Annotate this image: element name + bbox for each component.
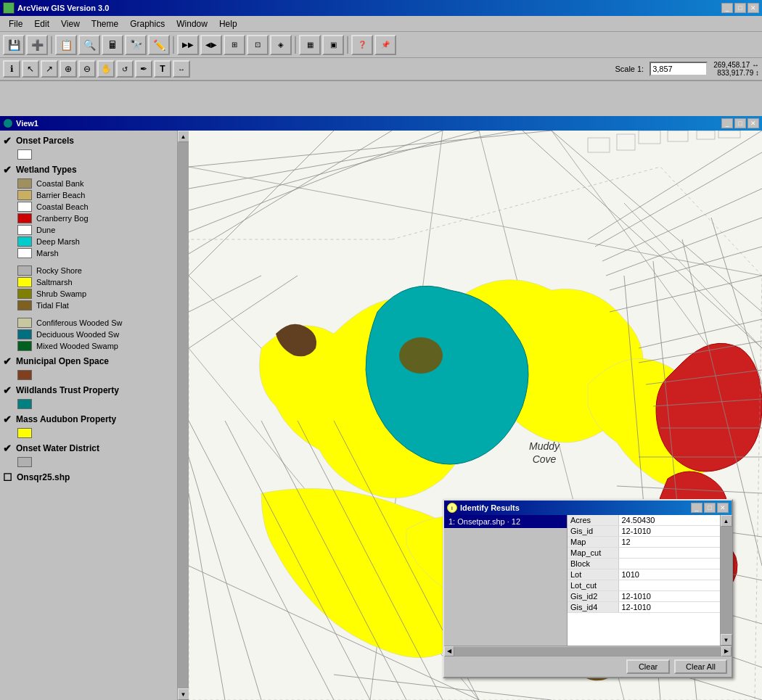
toolbar-b1[interactable]: ▶▶ xyxy=(177,35,199,55)
tidal-flat-swatch xyxy=(17,300,32,310)
legend-item-shrub-swamp: Shrub Swamp xyxy=(17,289,174,299)
municipal-swatch xyxy=(17,370,32,380)
view-title: View1 xyxy=(16,119,38,128)
identify-minimize-button[interactable]: _ xyxy=(691,503,702,513)
view-window-controls: _ □ ✕ xyxy=(721,118,759,128)
toolbar-b9[interactable]: 📌 xyxy=(374,35,396,55)
toolbar-2: ℹ ↖ ↗ ⊕ ⊖ ✋ ↺ ✒ T ↔ Scale 1: 269,458.17 … xyxy=(0,58,762,81)
toolbar-sep-1 xyxy=(51,36,52,54)
toolbar-info[interactable]: ℹ xyxy=(3,60,20,78)
legend-scroll-down[interactable]: ▼ xyxy=(178,688,189,700)
view-maximize-button[interactable]: □ xyxy=(734,118,746,128)
toolbar-draw[interactable]: ✒ xyxy=(135,60,152,78)
minimize-button[interactable]: _ xyxy=(721,3,733,13)
toolbar-save[interactable]: 💾 xyxy=(3,35,25,55)
mass-audubon-swatch xyxy=(17,428,32,438)
toolbar-add[interactable]: ➕ xyxy=(26,35,48,55)
toolbar-search[interactable]: 🔍 xyxy=(78,35,100,55)
clear-all-button[interactable]: Clear All xyxy=(674,659,727,674)
legend-item-rocky-shore: Rocky Shore xyxy=(17,265,174,276)
identify-right-scrollbar: ▲ ▼ xyxy=(720,515,732,646)
identify-scroll-down[interactable]: ▼ xyxy=(721,634,732,646)
toolbar-arrow2[interactable]: ↗ xyxy=(41,60,58,78)
onset-parcels-swatch xyxy=(17,149,32,160)
field-val-gisid: 12-1010 xyxy=(618,526,720,537)
identify-title-bar: i Identify Results _ □ ✕ xyxy=(444,501,732,515)
identify-scroll-up[interactable]: ▲ xyxy=(721,515,732,527)
field-val-gisid2: 12-1010 xyxy=(618,591,720,602)
view-content: ✔ Onset Parcels ✔ Wetland Types xyxy=(0,131,762,700)
svg-text:Cove: Cove xyxy=(533,453,557,465)
menu-help[interactable]: Help xyxy=(213,17,243,30)
municipal-check[interactable]: ✔ xyxy=(3,355,12,367)
identify-hscroll-right[interactable]: ▶ xyxy=(721,646,732,656)
onsqr25-check[interactable]: ☐ xyxy=(3,472,12,483)
close-button[interactable]: ✕ xyxy=(747,3,759,13)
identify-result-item[interactable]: 1: Onsetpar.shp · 12 xyxy=(444,515,567,529)
table-row: Map_cut xyxy=(568,548,720,559)
cranberry-bog-swatch xyxy=(17,213,32,223)
menu-edit[interactable]: Edit xyxy=(28,17,55,30)
legend-scroll-up[interactable]: ▲ xyxy=(178,131,189,142)
municipal-label: Municipal Open Space xyxy=(16,356,109,366)
toolbar-rotate[interactable]: ↺ xyxy=(116,60,134,78)
table-row: Acres 24.50430 xyxy=(568,515,720,526)
legend-item-deep-marsh: Deep Marsh xyxy=(17,236,174,247)
toolbar-resize[interactable]: ↔ xyxy=(173,60,190,78)
toolbar-b8[interactable]: ❓ xyxy=(351,35,373,55)
identify-close-button[interactable]: ✕ xyxy=(717,503,729,513)
toolbar-b5[interactable]: ◈ xyxy=(270,35,292,55)
onset-water-check[interactable]: ✔ xyxy=(3,442,12,454)
identify-title: Identify Results xyxy=(460,503,520,512)
field-val-map: 12 xyxy=(618,537,720,548)
onset-water-swatch xyxy=(17,457,32,467)
svg-point-8 xyxy=(399,337,443,374)
toolbar-b3[interactable]: ⊞ xyxy=(224,35,245,55)
toolbar-text[interactable]: T xyxy=(154,60,171,78)
toolbar-edit[interactable]: ✏️ xyxy=(148,35,170,55)
wildlands-label: Wildlands Trust Property xyxy=(16,385,119,395)
identify-scroll-track[interactable] xyxy=(721,527,732,634)
toolbar-b2[interactable]: ◀▶ xyxy=(200,35,222,55)
view-minimize-button[interactable]: _ xyxy=(721,118,733,128)
view-close-button[interactable]: ✕ xyxy=(747,118,759,128)
menu-bar: File Edit View Theme Graphics Window Hel… xyxy=(0,16,762,32)
legend-item-coastal-bank: Coastal Bank xyxy=(17,178,174,189)
toolbar-arrow[interactable]: ↖ xyxy=(22,60,39,78)
coastal-bank-swatch xyxy=(17,178,32,189)
map-area[interactable]: Muddy Cove Brood Cove xyxy=(189,131,762,700)
wildlands-check[interactable]: ✔ xyxy=(3,384,12,396)
identify-maximize-button[interactable]: □ xyxy=(704,503,716,513)
menu-graphics[interactable]: Graphics xyxy=(124,17,171,30)
legend-layer-onset-water: ✔ Onset Water District xyxy=(3,442,174,467)
toolbar-b6[interactable]: ▦ xyxy=(299,35,321,55)
menu-file[interactable]: File xyxy=(3,17,28,30)
clear-button[interactable]: Clear xyxy=(626,659,670,674)
legend-item-deciduous: Deciduous Wooded Sw xyxy=(17,329,174,339)
dune-swatch xyxy=(17,225,32,235)
toolbar-binoculars[interactable]: 🔭 xyxy=(125,35,147,55)
field-key-gisid: Gis_id xyxy=(568,526,618,537)
wetland-types-check[interactable]: ✔ xyxy=(3,164,12,176)
legend-scroll-track[interactable] xyxy=(178,142,189,688)
toolbar-select[interactable]: 📋 xyxy=(55,35,77,55)
toolbar-b7[interactable]: ▣ xyxy=(322,35,344,55)
identify-hscroll-track[interactable] xyxy=(454,647,721,656)
menu-view[interactable]: View xyxy=(55,17,86,30)
toolbar-pan[interactable]: ✋ xyxy=(97,60,115,78)
field-val-mapcut xyxy=(618,548,720,559)
toolbar-zoomout[interactable]: ⊖ xyxy=(78,60,96,78)
field-val-lot: 1010 xyxy=(618,569,720,580)
toolbar-b4[interactable]: ⊡ xyxy=(247,35,269,55)
menu-theme[interactable]: Theme xyxy=(86,17,124,30)
maximize-button[interactable]: □ xyxy=(734,3,746,13)
onset-parcels-check[interactable]: ✔ xyxy=(3,135,12,147)
menu-window[interactable]: Window xyxy=(171,17,213,30)
scale-input[interactable] xyxy=(650,62,708,76)
identify-content: 1: Onsetpar.shp · 12 Acres 24.50430 Gis_… xyxy=(444,515,732,646)
legend-item-coastal-beach: Coastal Beach xyxy=(17,202,174,212)
toolbar-zoomin[interactable]: ⊕ xyxy=(60,60,77,78)
mass-audubon-check[interactable]: ✔ xyxy=(3,413,12,425)
toolbar-table[interactable]: 🖩 xyxy=(102,35,123,55)
identify-hscroll-left[interactable]: ◀ xyxy=(444,646,454,656)
